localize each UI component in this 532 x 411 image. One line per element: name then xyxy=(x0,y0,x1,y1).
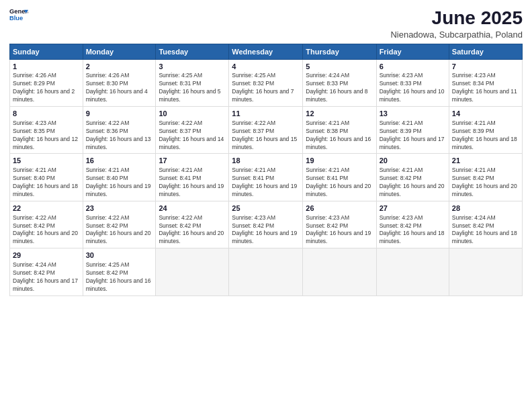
table-row: 13Sunrise: 4:21 AMSunset: 8:39 PMDayligh… xyxy=(376,107,449,154)
day-number: 16 xyxy=(86,156,153,166)
day-info: Sunrise: 4:21 AMSunset: 8:40 PMDaylight:… xyxy=(86,167,153,199)
calendar-table: Sunday Monday Tuesday Wednesday Thursday… xyxy=(9,44,523,296)
title-block: June 2025 Nienadowa, Subcarpathia, Polan… xyxy=(390,7,523,40)
col-thursday: Thursday xyxy=(303,44,376,59)
day-info: Sunrise: 4:26 AMSunset: 8:30 PMDaylight:… xyxy=(86,72,153,104)
day-info: Sunrise: 4:22 AMSunset: 8:37 PMDaylight:… xyxy=(159,120,226,152)
day-number: 23 xyxy=(86,203,153,214)
day-number: 2 xyxy=(86,62,153,72)
table-row: 16Sunrise: 4:21 AMSunset: 8:40 PMDayligh… xyxy=(83,154,156,201)
day-number: 13 xyxy=(380,109,446,119)
col-saturday: Saturday xyxy=(449,44,522,59)
day-number: 7 xyxy=(452,62,519,72)
calendar-week-row: 29Sunrise: 4:24 AMSunset: 8:42 PMDayligh… xyxy=(10,248,523,295)
day-info: Sunrise: 4:23 AMSunset: 8:33 PMDaylight:… xyxy=(380,72,446,104)
day-number: 20 xyxy=(380,156,446,166)
table-row: 14Sunrise: 4:21 AMSunset: 8:39 PMDayligh… xyxy=(449,107,522,154)
day-number: 5 xyxy=(306,62,373,72)
calendar-header-row: Sunday Monday Tuesday Wednesday Thursday… xyxy=(10,44,523,59)
col-monday: Monday xyxy=(83,44,156,59)
day-info: Sunrise: 4:24 AMSunset: 8:42 PMDaylight:… xyxy=(13,261,80,293)
table-row: 1Sunrise: 4:26 AMSunset: 8:29 PMDaylight… xyxy=(10,59,83,106)
day-number: 8 xyxy=(13,109,80,119)
logo-icon: General Blue xyxy=(9,7,28,21)
table-row: 5Sunrise: 4:24 AMSunset: 8:33 PMDaylight… xyxy=(303,59,376,106)
table-row: 22Sunrise: 4:22 AMSunset: 8:42 PMDayligh… xyxy=(10,201,83,248)
day-info: Sunrise: 4:25 AMSunset: 8:31 PMDaylight:… xyxy=(159,72,226,104)
day-info: Sunrise: 4:22 AMSunset: 8:36 PMDaylight:… xyxy=(86,120,153,152)
logo: General Blue xyxy=(9,7,28,21)
day-info: Sunrise: 4:25 AMSunset: 8:42 PMDaylight:… xyxy=(86,261,153,293)
day-info: Sunrise: 4:21 AMSunset: 8:40 PMDaylight:… xyxy=(13,167,80,199)
table-row: 3Sunrise: 4:25 AMSunset: 8:31 PMDaylight… xyxy=(156,59,229,106)
day-info: Sunrise: 4:23 AMSunset: 8:42 PMDaylight:… xyxy=(232,214,300,246)
day-number: 12 xyxy=(306,109,373,119)
table-row: 10Sunrise: 4:22 AMSunset: 8:37 PMDayligh… xyxy=(156,107,229,154)
table-row xyxy=(303,248,376,295)
day-info: Sunrise: 4:21 AMSunset: 8:41 PMDaylight:… xyxy=(159,167,226,199)
day-number: 29 xyxy=(13,250,80,261)
day-info: Sunrise: 4:22 AMSunset: 8:42 PMDaylight:… xyxy=(86,214,153,246)
day-number: 21 xyxy=(452,156,519,166)
table-row: 24Sunrise: 4:22 AMSunset: 8:42 PMDayligh… xyxy=(156,201,229,248)
table-row: 27Sunrise: 4:23 AMSunset: 8:42 PMDayligh… xyxy=(376,201,449,248)
svg-text:Blue: Blue xyxy=(9,15,23,21)
day-number: 24 xyxy=(159,203,226,214)
day-number: 4 xyxy=(232,62,300,72)
day-number: 18 xyxy=(232,156,300,166)
table-row: 7Sunrise: 4:23 AMSunset: 8:34 PMDaylight… xyxy=(449,59,522,106)
day-info: Sunrise: 4:26 AMSunset: 8:29 PMDaylight:… xyxy=(13,72,80,104)
table-row: 8Sunrise: 4:23 AMSunset: 8:35 PMDaylight… xyxy=(10,107,83,154)
table-row: 9Sunrise: 4:22 AMSunset: 8:36 PMDaylight… xyxy=(83,107,156,154)
day-info: Sunrise: 4:25 AMSunset: 8:32 PMDaylight:… xyxy=(232,72,300,104)
page: General Blue June 2025 Nienadowa, Subcar… xyxy=(0,0,532,411)
day-number: 30 xyxy=(86,250,153,261)
table-row xyxy=(229,248,303,295)
day-number: 17 xyxy=(159,156,226,166)
day-info: Sunrise: 4:23 AMSunset: 8:42 PMDaylight:… xyxy=(306,214,373,246)
day-info: Sunrise: 4:23 AMSunset: 8:42 PMDaylight:… xyxy=(380,214,446,246)
table-row: 15Sunrise: 4:21 AMSunset: 8:40 PMDayligh… xyxy=(10,154,83,201)
day-number: 9 xyxy=(86,109,153,119)
day-number: 14 xyxy=(452,109,519,119)
table-row: 28Sunrise: 4:24 AMSunset: 8:42 PMDayligh… xyxy=(449,201,522,248)
day-number: 28 xyxy=(452,203,519,214)
day-info: Sunrise: 4:23 AMSunset: 8:34 PMDaylight:… xyxy=(452,72,519,104)
day-number: 22 xyxy=(13,203,80,214)
day-number: 3 xyxy=(159,62,226,72)
day-info: Sunrise: 4:24 AMSunset: 8:42 PMDaylight:… xyxy=(452,214,519,246)
day-number: 26 xyxy=(306,203,373,214)
calendar-week-row: 22Sunrise: 4:22 AMSunset: 8:42 PMDayligh… xyxy=(10,201,523,248)
col-tuesday: Tuesday xyxy=(156,44,229,59)
table-row xyxy=(156,248,229,295)
table-row: 11Sunrise: 4:22 AMSunset: 8:37 PMDayligh… xyxy=(229,107,303,154)
table-row: 4Sunrise: 4:25 AMSunset: 8:32 PMDaylight… xyxy=(229,59,303,106)
day-info: Sunrise: 4:21 AMSunset: 8:41 PMDaylight:… xyxy=(306,167,373,199)
day-info: Sunrise: 4:21 AMSunset: 8:39 PMDaylight:… xyxy=(380,120,446,152)
table-row: 6Sunrise: 4:23 AMSunset: 8:33 PMDaylight… xyxy=(376,59,449,106)
day-info: Sunrise: 4:21 AMSunset: 8:38 PMDaylight:… xyxy=(306,120,373,152)
table-row: 2Sunrise: 4:26 AMSunset: 8:30 PMDaylight… xyxy=(83,59,156,106)
day-info: Sunrise: 4:21 AMSunset: 8:39 PMDaylight:… xyxy=(452,120,519,152)
day-info: Sunrise: 4:24 AMSunset: 8:33 PMDaylight:… xyxy=(306,72,373,104)
day-info: Sunrise: 4:22 AMSunset: 8:42 PMDaylight:… xyxy=(13,214,80,246)
day-info: Sunrise: 4:21 AMSunset: 8:42 PMDaylight:… xyxy=(380,167,446,199)
day-info: Sunrise: 4:22 AMSunset: 8:42 PMDaylight:… xyxy=(159,214,226,246)
table-row: 21Sunrise: 4:21 AMSunset: 8:42 PMDayligh… xyxy=(449,154,522,201)
day-number: 25 xyxy=(232,203,300,214)
calendar-week-row: 8Sunrise: 4:23 AMSunset: 8:35 PMDaylight… xyxy=(10,107,523,154)
day-number: 10 xyxy=(159,109,226,119)
day-number: 19 xyxy=(306,156,373,166)
col-friday: Friday xyxy=(376,44,449,59)
table-row: 23Sunrise: 4:22 AMSunset: 8:42 PMDayligh… xyxy=(83,201,156,248)
table-row: 25Sunrise: 4:23 AMSunset: 8:42 PMDayligh… xyxy=(229,201,303,248)
day-info: Sunrise: 4:22 AMSunset: 8:37 PMDaylight:… xyxy=(232,120,300,152)
table-row: 19Sunrise: 4:21 AMSunset: 8:41 PMDayligh… xyxy=(303,154,376,201)
day-number: 11 xyxy=(232,109,300,119)
table-row: 29Sunrise: 4:24 AMSunset: 8:42 PMDayligh… xyxy=(10,248,83,295)
day-info: Sunrise: 4:21 AMSunset: 8:42 PMDaylight:… xyxy=(452,167,519,199)
day-number: 15 xyxy=(13,156,80,166)
day-info: Sunrise: 4:21 AMSunset: 8:41 PMDaylight:… xyxy=(232,167,300,199)
table-row xyxy=(449,248,522,295)
table-row xyxy=(376,248,449,295)
